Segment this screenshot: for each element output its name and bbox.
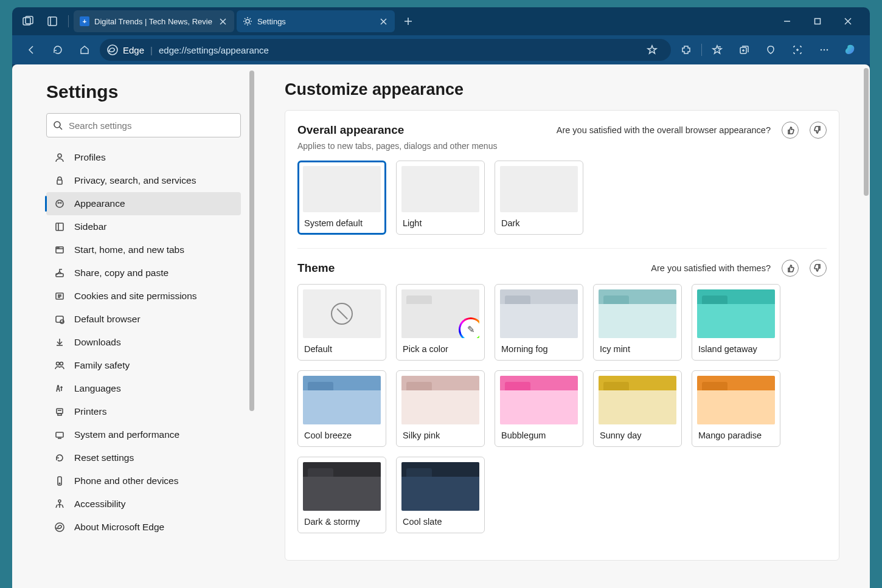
home-button[interactable] [73,38,96,61]
search-input[interactable] [69,120,234,131]
nav-label: Reset settings [74,452,134,463]
collections-icon[interactable] [732,38,755,61]
svg-point-6 [246,19,249,23]
appearance-option-system-default[interactable]: System default [297,161,386,235]
sidebar-item-about-microsoft-edge[interactable]: About Microsoft Edge [46,516,241,539]
tab-digital-trends[interactable]: + Digital Trends | Tech News, Revie [74,10,234,32]
option-label: Dark & stormy [303,517,381,528]
theme-option-bubblegum[interactable]: Bubblegum [495,370,583,447]
theme-option-island-getaway[interactable]: Island getaway [692,284,780,361]
sidebar-item-reset-settings[interactable]: Reset settings [46,446,241,469]
theme-option-pick-a-color[interactable]: ✎ Pick a color [396,284,485,361]
minimize-button[interactable] [774,12,800,31]
extensions-icon[interactable] [675,38,698,61]
svg-point-54 [55,523,64,531]
theme-option-cool-slate[interactable]: Cool slate [396,457,485,533]
theme-option-icy-mint[interactable]: Icy mint [593,284,682,361]
svg-rect-30 [56,223,63,230]
svg-point-44 [57,362,60,365]
color-picker-icon: ✎ [459,317,479,338]
search-settings-input[interactable] [46,113,241,137]
back-button[interactable] [19,38,43,61]
sidebar-item-family-safety[interactable]: Family safety [46,354,241,377]
thumbs-up-icon[interactable] [782,122,799,139]
preview-swatch [500,376,578,424]
svg-point-22 [821,50,822,50]
option-label: Bubblegum [500,431,578,441]
sidebar-item-appearance[interactable]: Appearance [46,192,241,215]
close-icon[interactable] [378,15,390,27]
prohibit-icon [331,303,353,325]
sidebar-item-printers[interactable]: Printers [46,400,241,423]
appearance-option-light[interactable]: Light [396,161,485,235]
appearance-option-dark[interactable]: Dark [495,161,583,235]
tab-settings[interactable]: Settings [237,10,395,32]
sidebar-item-cookies-and-site-permissions[interactable]: Cookies and site permissions [46,285,241,308]
theme-option-silky-pink[interactable]: Silky pink [396,370,485,447]
sidebar-item-profiles[interactable]: Profiles [46,146,241,169]
thumbs-up-icon[interactable] [782,260,799,277]
sidebar-item-system-and-performance[interactable]: System and performance [46,423,241,446]
preview-swatch [303,462,381,511]
sidebar-item-default-browser[interactable]: Default browser [46,308,241,331]
browser-essentials-icon[interactable] [759,38,782,61]
nav-label: Share, copy and paste [74,268,168,278]
preview-swatch [500,166,578,212]
close-window-button[interactable] [835,12,861,31]
feedback-question: Are you satisfied with the overall brows… [557,125,771,135]
screenshot-icon[interactable] [786,38,809,61]
theme-option-morning-fog[interactable]: Morning fog [495,284,583,361]
settings-main: Customize appearance Overall appearance … [254,64,870,588]
sidebar-item-share-copy-and-paste[interactable]: Share, copy and paste [46,261,241,285]
tab-label: Settings [257,17,373,26]
svg-point-15 [108,45,117,55]
more-menu-icon[interactable] [813,38,836,61]
svg-point-34 [57,247,58,248]
svg-rect-2 [48,17,57,26]
sidebar-item-downloads[interactable]: Downloads [46,331,241,354]
tab-actions-icon[interactable] [41,10,63,32]
sidebar-item-start-home-and-new-tabs[interactable]: Start, home, and new tabs [46,238,241,261]
edge-badge: Edge [107,44,144,55]
theme-option-cool-breeze[interactable]: Cool breeze [297,370,386,447]
nav-label: Phone and other devices [74,476,178,486]
favorite-star-icon[interactable] [641,38,664,61]
scrollbar[interactable] [864,68,869,196]
option-label: System default [303,218,381,229]
close-icon[interactable] [217,15,229,27]
thumbs-down-icon[interactable] [810,260,827,277]
nav-label: Sidebar [74,221,106,232]
sidebar-item-sidebar[interactable]: Sidebar [46,215,241,238]
nav-label: Start, home, and new tabs [74,244,184,255]
option-label: Island getaway [697,344,775,355]
workspaces-icon[interactable] [17,10,39,32]
theme-option-default[interactable]: Default [297,284,386,361]
preview-swatch [599,376,676,424]
nav-label: Accessibility [74,499,125,510]
theme-option-sunny-day[interactable]: Sunny day [593,370,682,447]
address-bar[interactable]: Edge | edge://settings/appearance [100,39,671,61]
refresh-button[interactable] [46,38,69,61]
preview-swatch [401,166,479,212]
nav-label: Cookies and site permissions [74,291,197,302]
favorites-icon[interactable] [706,38,729,61]
sidebar-item-accessibility[interactable]: Accessibility [46,493,241,516]
new-tab-button[interactable] [397,10,419,32]
theme-option-dark-stormy[interactable]: Dark & stormy [297,457,386,533]
sidebar-item-languages[interactable]: Languages [46,377,241,400]
section-subtitle: Applies to new tabs, pages, dialogs and … [297,141,827,151]
nav-icon [54,244,66,256]
theme-option-mango-paradise[interactable]: Mango paradise [692,370,780,447]
sidebar-item-phone-and-other-devices[interactable]: Phone and other devices [46,469,241,493]
copilot-icon[interactable] [839,38,863,61]
gear-icon [243,16,252,26]
option-label: Cool slate [401,517,479,528]
maximize-button[interactable] [804,12,831,31]
page-title: Customize appearance [285,80,839,99]
scrollbar[interactable] [249,71,254,411]
svg-rect-46 [57,409,63,413]
thumbs-down-icon[interactable] [810,122,827,139]
sidebar-item-privacy-search-and-services[interactable]: Privacy, search, and services [46,169,241,192]
nav-label: Family safety [74,360,130,371]
nav-icon [54,452,66,464]
